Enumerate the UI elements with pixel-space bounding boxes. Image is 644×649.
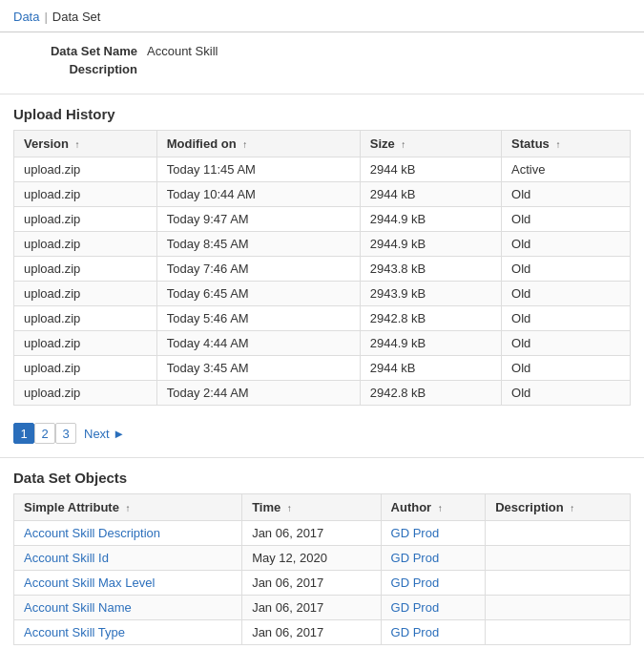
upload-modified-cell: Today 9:47 AM xyxy=(156,207,360,232)
upload-history-table: Version ↑ Modified on ↑ Size ↑ Status ↑ … xyxy=(13,130,631,406)
time-sort-icon: ↑ xyxy=(287,503,292,513)
upload-version-cell: upload.zip xyxy=(14,207,157,232)
col-description[interactable]: Description ↑ xyxy=(486,494,631,521)
upload-size-cell: 2944 kB xyxy=(360,157,501,182)
upload-version-cell: upload.zip xyxy=(14,257,157,282)
object-description-cell xyxy=(486,521,631,546)
upload-history-row: upload.zip Today 5:46 AM 2942.8 kB Old xyxy=(14,306,631,331)
upload-modified-cell: Today 10:44 AM xyxy=(156,182,360,207)
data-set-objects-table-container: Simple Attribute ↑ Time ↑ Author ↑ Descr… xyxy=(0,493,644,645)
upload-status-cell: Old xyxy=(502,257,631,282)
breadcrumb-data-link[interactable]: Data xyxy=(13,10,39,24)
upload-history-row: upload.zip Today 4:44 AM 2944.9 kB Old xyxy=(14,331,631,356)
object-author-link[interactable]: GD Prod xyxy=(391,576,440,590)
object-author-cell: GD Prod xyxy=(381,596,486,620)
upload-status-cell: Old xyxy=(502,356,631,381)
upload-version-cell: upload.zip xyxy=(14,157,157,182)
upload-modified-cell: Today 5:46 AM xyxy=(156,306,360,331)
upload-history-row: upload.zip Today 6:45 AM 2943.9 kB Old xyxy=(14,282,631,306)
upload-version-cell: upload.zip xyxy=(14,356,157,381)
page-btn-1[interactable]: 1 xyxy=(13,423,34,444)
object-author-link[interactable]: GD Prod xyxy=(391,551,440,565)
object-time-cell: Jan 06, 2017 xyxy=(242,521,381,546)
upload-history-row: upload.zip Today 2:44 AM 2942.8 kB Old xyxy=(14,381,631,406)
upload-modified-cell: Today 8:45 AM xyxy=(156,232,360,257)
col-simple-attribute[interactable]: Simple Attribute ↑ xyxy=(14,494,242,521)
object-attribute-cell: Account Skill Description xyxy=(14,521,242,546)
breadcrumb-current: Data Set xyxy=(52,10,101,24)
upload-version-cell: upload.zip xyxy=(14,182,157,207)
object-author-cell: GD Prod xyxy=(381,546,486,571)
object-row: Account Skill Description Jan 06, 2017 G… xyxy=(14,521,631,546)
upload-version-cell: upload.zip xyxy=(14,306,157,331)
upload-history-row: upload.zip Today 11:45 AM 2944 kB Active xyxy=(14,157,631,182)
size-sort-icon: ↑ xyxy=(401,139,405,150)
upload-size-cell: 2944.9 kB xyxy=(360,207,501,232)
upload-status-cell: Old xyxy=(502,182,631,207)
object-description-cell xyxy=(486,571,631,596)
object-time-cell: Jan 06, 2017 xyxy=(242,596,381,620)
upload-status-cell: Old xyxy=(502,282,631,306)
upload-modified-cell: Today 4:44 AM xyxy=(156,331,360,356)
upload-history-header-row: Version ↑ Modified on ↑ Size ↑ Status ↑ xyxy=(14,131,631,157)
dataset-name-label: Data Set Name xyxy=(13,44,137,58)
upload-modified-cell: Today 2:44 AM xyxy=(156,381,360,406)
object-time-cell: May 12, 2020 xyxy=(242,546,381,571)
object-attribute-link[interactable]: Account Skill Id xyxy=(24,551,109,565)
object-author-link[interactable]: GD Prod xyxy=(391,526,440,540)
upload-size-cell: 2942.8 kB xyxy=(360,381,501,406)
object-author-link[interactable]: GD Prod xyxy=(391,625,440,639)
col-size[interactable]: Size ↑ xyxy=(360,131,501,157)
col-time[interactable]: Time ↑ xyxy=(242,494,381,521)
upload-modified-cell: Today 6:45 AM xyxy=(156,282,360,306)
col-author[interactable]: Author ↑ xyxy=(381,494,486,521)
object-author-cell: GD Prod xyxy=(381,571,486,596)
upload-size-cell: 2943.9 kB xyxy=(360,282,501,306)
upload-version-cell: upload.zip xyxy=(14,232,157,257)
data-set-objects-section: Data Set Objects Simple Attribute ↑ Time… xyxy=(0,457,644,645)
object-description-cell xyxy=(486,596,631,620)
object-author-cell: GD Prod xyxy=(381,521,486,546)
upload-version-cell: upload.zip xyxy=(14,381,157,406)
upload-status-cell: Old xyxy=(502,381,631,406)
object-attribute-link[interactable]: Account Skill Description xyxy=(24,526,160,540)
upload-status-cell: Old xyxy=(502,306,631,331)
pagination-pages: 123 xyxy=(13,423,76,444)
object-attribute-link[interactable]: Account Skill Type xyxy=(24,625,125,639)
upload-status-cell: Old xyxy=(502,232,631,257)
upload-status-cell: Old xyxy=(502,331,631,356)
col-status[interactable]: Status ↑ xyxy=(502,131,631,157)
status-sort-icon: ↑ xyxy=(555,139,560,150)
description-sort-icon: ↑ xyxy=(570,503,574,513)
modified-sort-icon: ↑ xyxy=(242,139,247,150)
page-btn-2[interactable]: 2 xyxy=(34,423,55,444)
data-set-objects-table: Simple Attribute ↑ Time ↑ Author ↑ Descr… xyxy=(13,493,631,645)
pagination: 123 Next ► xyxy=(0,415,644,451)
object-description-cell xyxy=(486,620,631,645)
upload-history-row: upload.zip Today 8:45 AM 2944.9 kB Old xyxy=(14,232,631,257)
col-modified-on[interactable]: Modified on ↑ xyxy=(156,131,360,157)
upload-history-row: upload.zip Today 9:47 AM 2944.9 kB Old xyxy=(14,207,631,232)
page-btn-3[interactable]: 3 xyxy=(55,423,76,444)
object-attribute-cell: Account Skill Name xyxy=(14,596,242,620)
upload-size-cell: 2942.8 kB xyxy=(360,306,501,331)
object-attribute-link[interactable]: Account Skill Max Level xyxy=(24,576,155,590)
upload-modified-cell: Today 3:45 AM xyxy=(156,356,360,381)
upload-status-cell: Old xyxy=(502,207,631,232)
object-row: Account Skill Name Jan 06, 2017 GD Prod xyxy=(14,596,631,620)
author-sort-icon: ↑ xyxy=(438,503,443,513)
object-time-cell: Jan 06, 2017 xyxy=(242,571,381,596)
upload-history-thead: Version ↑ Modified on ↑ Size ↑ Status ↑ xyxy=(14,131,631,157)
object-author-cell: GD Prod xyxy=(381,620,486,645)
pagination-next-button[interactable]: Next ► xyxy=(80,427,129,441)
upload-size-cell: 2944.9 kB xyxy=(360,232,501,257)
object-attribute-cell: Account Skill Max Level xyxy=(14,571,242,596)
upload-size-cell: 2943.8 kB xyxy=(360,257,501,282)
object-attribute-link[interactable]: Account Skill Name xyxy=(24,600,132,615)
col-version[interactable]: Version ↑ xyxy=(14,131,157,157)
dataset-description-row: Description xyxy=(13,62,631,76)
upload-history-table-container: Version ↑ Modified on ↑ Size ↑ Status ↑ … xyxy=(0,130,644,406)
object-author-link[interactable]: GD Prod xyxy=(391,600,440,615)
upload-history-heading: Upload History xyxy=(0,94,644,130)
object-row: Account Skill Type Jan 06, 2017 GD Prod xyxy=(14,620,631,645)
